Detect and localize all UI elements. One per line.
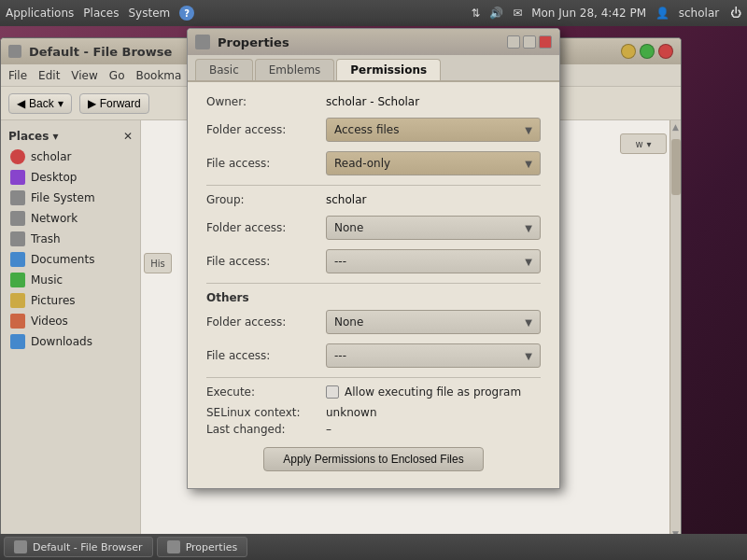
sidebar-item-documents[interactable]: Documents — [1, 249, 140, 270]
owner-folder-access-arrow: ▼ — [525, 125, 532, 135]
sidebar-header: Places ▾ ✕ — [1, 126, 140, 147]
others-file-access-label: File access: — [206, 349, 318, 362]
owner-row: Owner: scholar - Scholar — [206, 95, 541, 108]
group-file-access-arrow: ▼ — [525, 257, 532, 267]
group-file-access-select[interactable]: --- ▼ — [326, 249, 541, 273]
others-divider — [206, 283, 541, 284]
permissions-content: Owner: scholar - Scholar Folder access: … — [188, 82, 559, 488]
owner-file-access-row: File access: Read-only ▼ — [206, 151, 541, 175]
execute-label: Execute: — [206, 385, 318, 399]
taskbar-properties[interactable]: Properties — [157, 537, 248, 557]
sidebar-item-videos[interactable]: Videos — [1, 311, 140, 331]
properties-titlebar: Properties — [188, 29, 559, 55]
scroll-up-arrow[interactable]: ▲ — [672, 122, 679, 132]
last-changed-value: – — [326, 423, 331, 436]
sidebar-item-trash[interactable]: Trash — [1, 229, 140, 249]
sidebar-dropdown-icon[interactable]: ▾ — [52, 130, 58, 143]
sidebar-item-desktop[interactable]: Desktop — [1, 167, 140, 188]
applications-menu[interactable]: Applications — [6, 7, 74, 20]
back-button[interactable]: ◀ Back ▾ — [8, 93, 72, 114]
downloads-icon — [10, 334, 25, 349]
sidebar-item-downloads[interactable]: Downloads — [1, 331, 140, 352]
group-folder-access-label: Folder access: — [206, 221, 318, 234]
menu-file[interactable]: File — [8, 69, 27, 82]
sidebar-item-network[interactable]: Network — [1, 208, 140, 229]
forward-icon: ▶ — [88, 97, 96, 110]
group-divider — [206, 185, 541, 186]
tab-emblems[interactable]: Emblems — [255, 59, 335, 80]
execute-checkbox[interactable] — [326, 385, 339, 399]
sidebar-close-icon[interactable]: ✕ — [123, 130, 133, 143]
scroll-thumb[interactable] — [671, 139, 681, 195]
owner-file-access-arrow: ▼ — [525, 159, 532, 169]
owner-value: scholar - Scholar — [326, 95, 419, 108]
properties-dialog: Properties Basic Emblems Permissions Own… — [187, 28, 560, 489]
user-icon: 👤 — [655, 7, 669, 20]
places-menu[interactable]: Places — [83, 7, 119, 20]
help-icon[interactable]: ? — [179, 6, 194, 21]
selinux-context-row: SELinux context: unknown — [206, 406, 541, 419]
menu-bookmarks[interactable]: Bookma — [135, 69, 181, 82]
others-folder-access-label: Folder access: — [206, 315, 318, 329]
power-icon[interactable]: ⏻ — [730, 7, 741, 20]
view-dropdown[interactable]: w ▾ — [620, 133, 667, 154]
tab-permissions[interactable]: Permissions — [336, 59, 441, 80]
selinux-context-label: SELinux context: — [206, 406, 318, 419]
group-folder-access-arrow: ▼ — [525, 223, 532, 233]
taskbar-file-browser[interactable]: Default - File Browser — [4, 537, 153, 557]
menu-view[interactable]: View — [71, 69, 97, 82]
scholar-icon — [10, 149, 25, 164]
last-changed-label: Last changed: — [206, 423, 318, 436]
fb-win-controls — [621, 44, 673, 59]
owner-file-access-label: File access: — [206, 157, 318, 170]
fb-minimize-button[interactable] — [621, 44, 636, 59]
others-file-access-select[interactable]: --- ▼ — [326, 343, 541, 368]
owner-folder-access-label: Folder access: — [206, 123, 318, 136]
volume-icon[interactable]: 🔊 — [489, 7, 503, 20]
tab-basic[interactable]: Basic — [195, 59, 253, 80]
properties-title-icon — [195, 35, 210, 49]
back-dropdown-icon[interactable]: ▾ — [58, 97, 63, 110]
sidebar-item-music[interactable]: Music — [1, 270, 140, 290]
history-button[interactable]: His — [144, 253, 172, 273]
sidebar-item-scholar[interactable]: scholar — [1, 147, 140, 167]
music-icon — [10, 273, 25, 287]
forward-button[interactable]: ▶ Forward — [79, 93, 149, 114]
others-folder-access-select[interactable]: None ▼ — [326, 310, 541, 334]
apply-permissions-button[interactable]: Apply Permissions to Enclosed Files — [263, 447, 483, 471]
properties-min-button[interactable] — [507, 35, 520, 49]
taskbar-props-icon — [167, 540, 180, 553]
owner-file-access-select[interactable]: Read-only ▼ — [326, 151, 541, 175]
owner-folder-access-select[interactable]: Access files ▼ — [326, 118, 541, 142]
properties-close-button[interactable] — [539, 35, 552, 49]
fb-sidebar: Places ▾ ✕ scholar Desktop File System N… — [1, 120, 141, 540]
clock: ⇅ 🔊 ✉ Mon Jun 28, 4:42 PM 👤 scholar ⏻ — [472, 7, 741, 20]
group-folder-access-row: Folder access: None ▼ — [206, 216, 541, 240]
execute-divider — [206, 377, 541, 378]
properties-max-button[interactable] — [523, 35, 536, 49]
menu-edit[interactable]: Edit — [38, 69, 60, 82]
execute-checkbox-area[interactable]: Allow executing file as program — [326, 385, 521, 399]
group-folder-access-select[interactable]: None ▼ — [326, 216, 541, 240]
sidebar-item-filesystem[interactable]: File System — [1, 188, 140, 208]
group-file-access-row: File access: --- ▼ — [206, 249, 541, 273]
others-section-title: Others — [206, 291, 541, 304]
fb-scrollbar[interactable]: ▲ ▼ — [669, 120, 681, 540]
menu-go[interactable]: Go — [109, 69, 125, 82]
mail-icon[interactable]: ✉ — [513, 7, 522, 20]
documents-icon — [10, 252, 25, 267]
fb-close-button[interactable] — [658, 44, 673, 59]
system-menu[interactable]: System — [128, 7, 170, 20]
others-file-access-row: File access: --- ▼ — [206, 343, 541, 368]
fb-maximize-button[interactable] — [640, 44, 655, 59]
back-icon: ◀ — [17, 97, 25, 110]
selinux-context-value: unknown — [326, 406, 377, 419]
filesystem-icon — [10, 190, 25, 205]
group-label: Group: — [206, 193, 318, 206]
others-file-access-arrow: ▼ — [525, 351, 532, 361]
network-sidebar-icon — [10, 211, 25, 226]
others-folder-access-row: Folder access: None ▼ — [206, 310, 541, 334]
taskbar-fb-icon — [14, 540, 27, 553]
sidebar-item-pictures[interactable]: Pictures — [1, 290, 140, 311]
properties-title: Properties — [218, 35, 289, 49]
